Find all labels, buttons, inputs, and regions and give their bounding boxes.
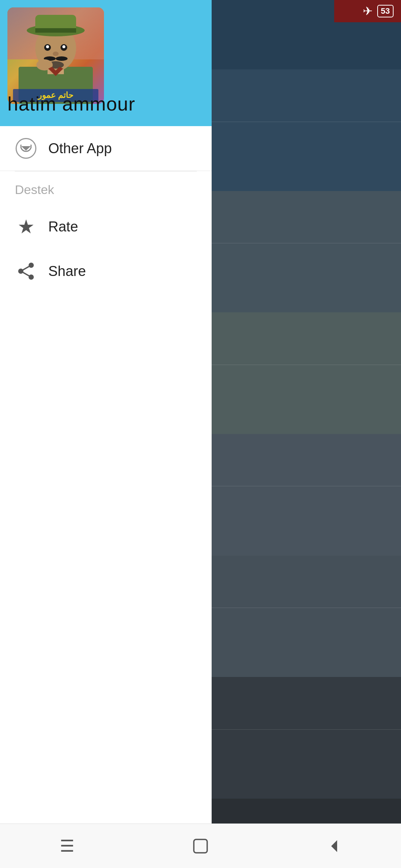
star-icon: ★ (15, 216, 37, 238)
dropdown-circle-icon (16, 138, 36, 159)
navigation-drawer: حاتم عمور hatim ammour Other App Destek (0, 0, 212, 868)
share-menu-item[interactable]: Share (0, 249, 212, 293)
navigation-bar: ☰ (0, 823, 401, 868)
menu-nav-button[interactable]: ☰ (52, 831, 82, 861)
support-section-label: Destek (0, 171, 212, 204)
svg-line-27 (21, 271, 31, 277)
main-lines (212, 0, 401, 868)
home-nav-button[interactable] (186, 831, 215, 861)
svg-rect-28 (194, 839, 207, 853)
svg-marker-29 (331, 840, 337, 852)
svg-point-11 (46, 45, 49, 48)
rate-menu-item[interactable]: ★ Rate (0, 204, 212, 249)
dropdown-icon (15, 137, 37, 160)
hamburger-icon: ☰ (60, 836, 74, 855)
share-label: Share (48, 263, 86, 279)
svg-rect-8 (35, 28, 76, 33)
drawer-menu: Other App Destek ★ Rate Sh (0, 126, 212, 868)
other-app-menu-item[interactable]: Other App (0, 126, 212, 171)
artist-name: hatim ammour (7, 93, 135, 115)
artist-image: حاتم عمور (7, 7, 104, 104)
back-nav-button[interactable] (319, 831, 349, 861)
svg-point-15 (56, 56, 68, 61)
svg-line-26 (21, 265, 31, 271)
status-bar: ✈ 53 (334, 0, 401, 22)
main-content-background (212, 0, 401, 868)
battery-indicator: 53 (377, 5, 394, 17)
back-icon (325, 836, 344, 856)
svg-point-13 (53, 52, 59, 56)
airplane-icon: ✈ (363, 4, 373, 18)
other-app-label: Other App (48, 141, 112, 157)
drawer-header: حاتم عمور hatim ammour (0, 0, 212, 126)
svg-point-12 (62, 45, 65, 48)
rate-label: Rate (48, 219, 78, 235)
square-icon (191, 836, 210, 856)
share-icon (15, 260, 37, 282)
